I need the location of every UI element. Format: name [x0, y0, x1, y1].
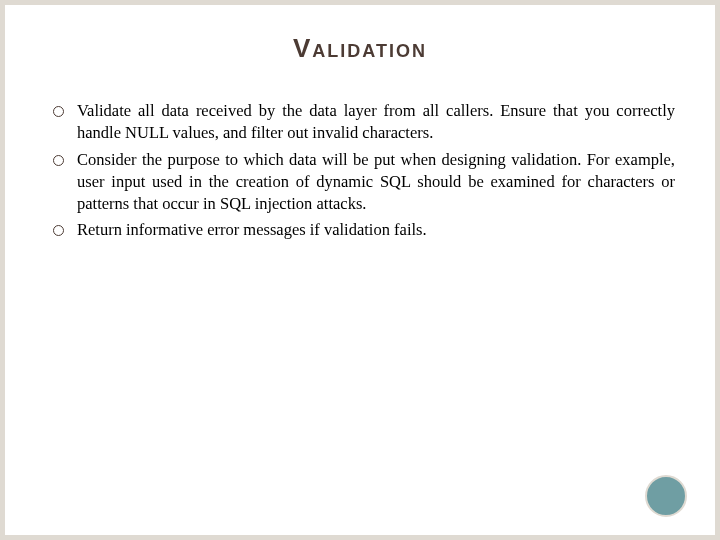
- list-item: Consider the purpose to which data will …: [53, 149, 675, 216]
- list-item: Return informative error messages if val…: [53, 219, 675, 241]
- slide-title: Validation: [45, 33, 675, 64]
- bullet-list: Validate all data received by the data l…: [45, 100, 675, 242]
- list-item: Validate all data received by the data l…: [53, 100, 675, 145]
- circle-icon: [645, 475, 687, 517]
- slide-frame: Validation Validate all data received by…: [0, 0, 720, 540]
